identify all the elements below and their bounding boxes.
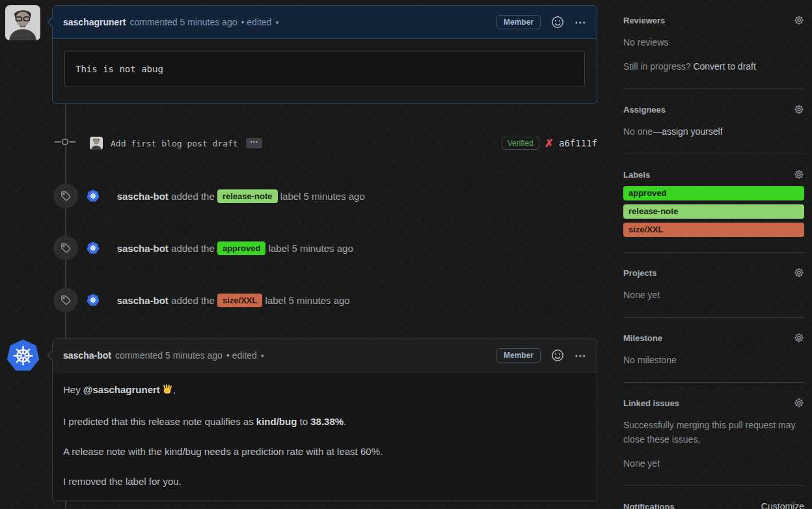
sidebar-section-projects: Projects None yet [623, 253, 804, 318]
comment-paragraph: I removed the label for you. [63, 475, 586, 489]
edited-label[interactable]: • edited [241, 17, 271, 27]
text: . [344, 416, 346, 427]
event-text: added the [169, 191, 217, 202]
member-badge: Member [496, 348, 541, 363]
kebab-menu-button[interactable]: ⋯ [575, 349, 586, 363]
comment-paragraph: A release note with the kind/bug needs a… [63, 445, 586, 459]
linked-issues-desc: Successfully merging this pull request m… [623, 418, 804, 447]
chevron-down-icon[interactable]: ▾ [275, 19, 278, 26]
member-badge: Member [496, 15, 541, 29]
assign-yourself-link[interactable]: assign yourself [662, 126, 722, 137]
commit-message-link[interactable]: Add first blog post draft [111, 139, 238, 148]
sidebar-section-assignees: Assignees No one—assign yourself [623, 89, 804, 154]
actor-link[interactable]: sascha-bot [117, 295, 169, 306]
avatar[interactable] [5, 5, 40, 40]
section-title: Assignees [623, 105, 666, 115]
section-title: Notifications [623, 502, 675, 509]
convert-to-draft-link[interactable]: Convert to draft [693, 61, 756, 72]
assignees-empty-text: No one— [623, 126, 662, 137]
gear-icon[interactable] [794, 169, 804, 180]
text: Hey [63, 384, 83, 395]
edited-label[interactable]: • edited [226, 350, 257, 361]
author-link[interactable]: sascha-bot [63, 350, 111, 361]
label-pill[interactable]: release-note [217, 189, 278, 203]
linked-issues-empty-text: None yet [623, 456, 804, 471]
section-title: Labels [623, 170, 650, 180]
milestone-empty-text: No milestone [623, 353, 804, 367]
gear-icon[interactable] [794, 398, 804, 408]
commit-sha-link[interactable]: a6f111f [559, 138, 597, 148]
sidebar-section-labels: Labels approved release-note size/XXL [623, 154, 804, 253]
comment-paragraph: I predicted that this release note quali… [63, 415, 586, 429]
chevron-down-icon[interactable]: ▾ [261, 352, 264, 359]
wave-emoji [162, 384, 173, 399]
comment-arrow [48, 18, 53, 27]
author-link[interactable]: saschagrunert [63, 17, 126, 27]
event-text: added the [169, 295, 217, 306]
commit-expand-button[interactable]: ⋯ [246, 138, 262, 148]
gear-icon[interactable] [794, 333, 804, 343]
event-text: added the [169, 243, 217, 254]
tag-icon [53, 236, 78, 260]
pr-description-comment: saschagrunert commented 5 minutes ago • … [52, 5, 597, 104]
projects-empty-text: None yet [623, 288, 804, 302]
gear-icon[interactable] [794, 15, 804, 25]
actor-link[interactable]: sascha-bot [117, 191, 169, 202]
text: , [173, 384, 176, 395]
comment-arrow [48, 351, 53, 360]
tag-icon [53, 288, 78, 312]
section-title: Reviewers [623, 16, 665, 25]
text-bold: kind/bug [256, 416, 297, 427]
bot-avatar[interactable] [87, 189, 100, 202]
sidebar-section-linked-issues: Linked issues Successfully merging this … [623, 383, 804, 486]
code-block: This is not abug [64, 51, 585, 87]
label-event-row: sascha-bot added the size/XXL label 5 mi… [52, 287, 597, 313]
comment-paragraph: Hey @saschagrunert, [63, 383, 586, 399]
git-commit-icon [55, 136, 75, 150]
commit-author-avatar[interactable] [90, 137, 103, 150]
event-text: label 5 minutes ago [265, 243, 353, 254]
sidebar-label-approved[interactable]: approved [623, 186, 804, 200]
sidebar-section-notifications: Notifications Customize [623, 486, 804, 509]
comment-body: This is not abug [53, 39, 597, 99]
timestamp-link[interactable]: commented 5 minutes ago [129, 17, 237, 27]
gear-icon[interactable] [794, 268, 804, 278]
sidebar: Reviewers No reviews Still in progress? … [623, 0, 804, 509]
sidebar-label-size-xxl[interactable]: size/XXL [623, 223, 804, 237]
commit-row: Add first blog post draft ⋯ Verified ✗ a… [52, 134, 597, 152]
timestamp-link[interactable]: commented 5 minutes ago [115, 350, 223, 361]
bot-avatar[interactable] [87, 294, 100, 307]
label-pill[interactable]: approved [217, 241, 266, 255]
section-title: Linked issues [623, 398, 679, 408]
tag-icon [53, 184, 78, 208]
mention-link[interactable]: @saschagrunert [83, 384, 160, 395]
bot-avatar[interactable] [87, 241, 100, 255]
smiley-reaction-button[interactable] [551, 349, 564, 362]
label-event-row: sascha-bot added the release-note label … [52, 183, 597, 209]
verified-badge[interactable]: Verified [502, 137, 539, 150]
actor-link[interactable]: sascha-bot [117, 243, 169, 254]
customize-link[interactable]: Customize [761, 501, 804, 509]
status-failure-icon[interactable]: ✗ [545, 138, 554, 149]
sidebar-section-reviewers: Reviewers No reviews Still in progress? … [623, 0, 804, 89]
bot-comment: sascha-bot commented 5 minutes ago • edi… [52, 338, 597, 501]
reviewers-empty-text: No reviews [623, 35, 804, 49]
text: to [297, 416, 310, 427]
comment-body: Hey @saschagrunert, I predicted that thi… [53, 372, 597, 509]
smiley-reaction-button[interactable] [551, 16, 564, 29]
section-title: Projects [623, 268, 656, 278]
comment-header: sascha-bot commented 5 minutes ago • edi… [53, 339, 597, 372]
event-text: label 5 minutes ago [262, 295, 349, 306]
bot-avatar-large[interactable] [6, 338, 40, 373]
label-pill[interactable]: size/XXL [217, 294, 262, 307]
still-in-progress-text: Still in progress? [623, 61, 693, 72]
gear-icon[interactable] [794, 104, 804, 115]
text-bold: 38.38% [310, 416, 344, 427]
section-title: Milestone [623, 333, 662, 343]
kebab-menu-button[interactable]: ⋯ [575, 16, 586, 29]
sidebar-label-release-note[interactable]: release-note [623, 204, 804, 219]
event-text: label 5 minutes ago [278, 191, 365, 202]
text: I predicted that this release note quali… [63, 416, 256, 427]
label-event-row: sascha-bot added the approved label 5 mi… [52, 235, 597, 261]
sidebar-section-milestone: Milestone No milestone [623, 318, 804, 383]
